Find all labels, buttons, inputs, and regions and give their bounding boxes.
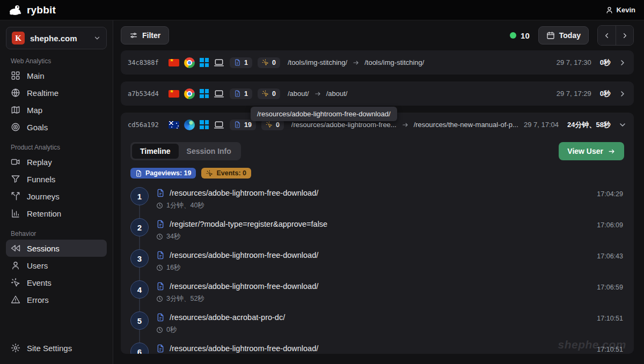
sidebar-item-site-settings[interactable]: Site Settings	[6, 339, 107, 356]
arrow-right-icon	[401, 121, 409, 129]
chevron-right-icon[interactable]	[618, 90, 627, 98]
timeline-item-1: 1 /resources/adobe-lightroom-free-downlo…	[130, 187, 624, 211]
site-selector[interactable]: K shephe.com	[6, 27, 107, 49]
pageview-duration: 1分钟、40秒	[156, 201, 624, 210]
prev-page-button[interactable]	[598, 26, 616, 45]
filter-sliders-icon	[129, 31, 138, 40]
sidebar-item-replay[interactable]: Replay	[6, 153, 107, 170]
session-meta-icons	[169, 88, 224, 99]
clock-icon	[156, 295, 163, 302]
session-paths: /about/ /about/	[288, 90, 551, 98]
windows-os-icon	[200, 120, 209, 129]
china-flag-icon	[169, 59, 179, 66]
pageview-path[interactable]: /resources/adobe-lightroom-free-download…	[170, 189, 318, 197]
timeline-item-4: 4 /resources/adobe-lightroom-free-downlo…	[130, 280, 624, 304]
sidebar-item-journeys[interactable]: Journeys	[6, 188, 107, 205]
section-label-web-analytics: Web Analytics	[11, 57, 102, 65]
tab-timeline[interactable]: Timeline	[132, 144, 179, 159]
user-name: Kevin	[617, 6, 635, 14]
exit-path: /tools/img-stitching/	[364, 58, 424, 66]
session-row-2[interactable]: a7b534d4 1 0	[121, 81, 634, 106]
tab-session-info[interactable]: Session Info	[179, 144, 239, 159]
session-meta-icons	[169, 120, 224, 130]
sidebar-item-main[interactable]: Main	[6, 67, 107, 84]
page-icon	[234, 59, 241, 66]
events-badge-label: Events: 0	[216, 169, 246, 177]
bar-chart-icon	[11, 209, 20, 218]
sidebar-item-sessions[interactable]: Sessions	[6, 240, 107, 257]
main-content: Filter 10 Today	[113, 20, 644, 364]
live-visitors: 10	[510, 31, 530, 40]
session-paths: /resources/adobe-lightroom-free... /reso…	[291, 121, 518, 129]
clock-icon	[156, 326, 163, 333]
pageview-time: 17:06:43	[597, 252, 623, 260]
exit-path: /resources/the-new-manual-of-p...	[414, 121, 518, 129]
timeline-item-6: 6 /resources/adobe-lightroom-free-downlo…	[130, 343, 624, 354]
sidebar-item-label: Site Settings	[27, 344, 72, 353]
sidebar-item-label: Funnels	[27, 175, 55, 184]
sidebar-item-goals[interactable]: Goals	[6, 118, 107, 136]
rybbit-frog-logo-icon	[9, 5, 23, 16]
pageviews-badge-label: Pageviews: 19	[145, 169, 191, 177]
session-id: a7b534d4	[128, 90, 163, 98]
session-paths: /tools/img-stitching/ /tools/img-stitchi…	[288, 58, 551, 66]
view-user-button[interactable]: View User	[559, 142, 624, 160]
page-icon	[135, 170, 142, 177]
next-page-button[interactable]	[616, 26, 633, 45]
pageview-duration: 34秒	[156, 232, 624, 241]
filter-button[interactable]: Filter	[121, 26, 169, 44]
video-camera-icon	[11, 157, 20, 167]
sessions-list: 34c8388f 1 0	[113, 50, 644, 354]
session-id: cd56a192	[128, 121, 163, 129]
pageview-duration: 16秒	[156, 263, 624, 272]
step-number: 2	[130, 218, 149, 236]
events-chip: 0	[258, 88, 280, 99]
toolbar: Filter 10 Today	[113, 20, 644, 50]
china-flag-icon	[169, 90, 179, 98]
map-icon	[11, 105, 20, 115]
site-domain: shephe.com	[30, 34, 88, 43]
page-icon	[156, 189, 165, 197]
date-range-button[interactable]: Today	[538, 26, 589, 44]
session-card: a7b534d4 1 0	[121, 81, 634, 106]
user-menu[interactable]: Kevin	[605, 6, 635, 14]
cursor-click-icon	[262, 59, 269, 66]
pageview-path[interactable]: /resources/adobe-lightroom-free-download…	[170, 251, 318, 259]
arrow-right-icon	[608, 147, 616, 155]
sidebar-item-events[interactable]: Events	[6, 274, 107, 291]
sidebar-item-label: Retention	[27, 209, 61, 218]
toolbar-right: 10 Today	[510, 25, 634, 46]
australia-flag-icon	[169, 121, 179, 129]
sidebar-item-label: Journeys	[27, 192, 60, 201]
step-number: 3	[130, 249, 149, 268]
chrome-browser-icon	[184, 88, 195, 99]
brand[interactable]: rybbit	[9, 4, 56, 16]
sidebar-item-funnels[interactable]: Funnels	[6, 170, 107, 188]
pageview-path[interactable]: /resources/adobe-lightroom-free-download…	[170, 344, 318, 353]
step-number: 5	[130, 311, 149, 330]
sidebar-item-errors[interactable]: Errors	[6, 291, 107, 308]
chevron-down-icon[interactable]	[618, 121, 627, 129]
session-row-1[interactable]: 34c8388f 1 0	[121, 50, 634, 75]
sidebar-spacer	[6, 308, 107, 339]
sidebar-item-label: Events	[27, 278, 52, 287]
session-meta-icons	[169, 57, 224, 68]
pageview-path[interactable]: /resources/adobe-acrobat-pro-dc/	[170, 313, 285, 322]
pageviews-chip: 19	[230, 120, 256, 130]
alert-triangle-icon	[11, 295, 20, 304]
pageview-path[interactable]: /resources/adobe-lightroom-free-download…	[170, 282, 318, 291]
live-dot-icon	[510, 32, 516, 39]
chevron-right-icon[interactable]	[618, 58, 627, 67]
tab-group: Timeline Session Info	[130, 142, 241, 160]
pageview-path[interactable]: /register/?modal-type=register&approve=f…	[170, 220, 327, 228]
pageview-time: 17:10:51	[597, 315, 623, 322]
entry-path: /about/	[288, 90, 309, 98]
sidebar-item-retention[interactable]: Retention	[6, 205, 107, 222]
sidebar-item-map[interactable]: Map	[6, 101, 107, 118]
pagination	[597, 25, 634, 46]
clock-icon	[156, 264, 163, 271]
sidebar-item-realtime[interactable]: Realtime	[6, 84, 107, 101]
page-icon	[156, 344, 165, 353]
rewind-icon	[11, 243, 20, 253]
sidebar-item-users[interactable]: Users	[6, 257, 107, 274]
